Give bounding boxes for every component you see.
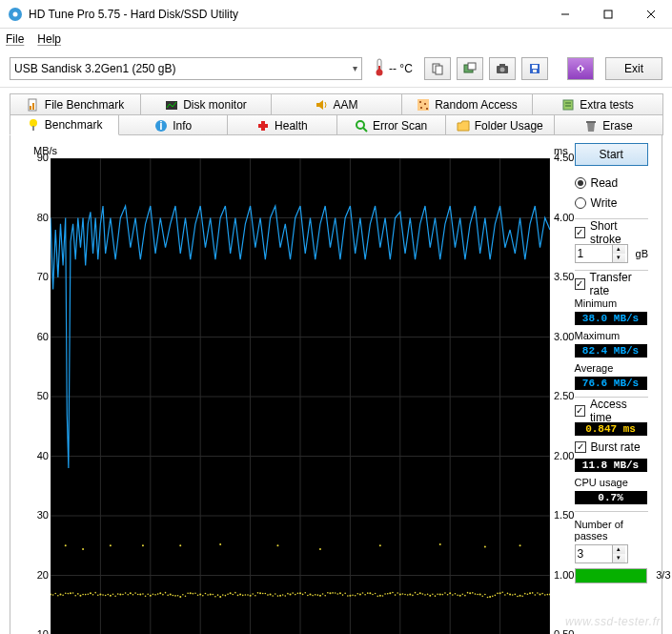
svg-point-202 — [355, 595, 356, 597]
menu-file[interactable]: File — [6, 32, 24, 46]
options-button[interactable] — [567, 57, 594, 80]
svg-point-139 — [145, 595, 147, 597]
svg-point-219 — [412, 595, 414, 597]
drive-select[interactable]: USB Sandisk 3.2Gen1 (250 gB) ▾ — [10, 57, 362, 80]
svg-point-231 — [452, 594, 454, 596]
svg-point-254 — [527, 593, 529, 595]
svg-point-225 — [432, 593, 434, 595]
svg-rect-3 — [604, 10, 612, 18]
tab-random-access[interactable]: Random Access — [401, 93, 533, 114]
svg-point-210 — [382, 595, 384, 597]
svg-point-79 — [239, 594, 241, 596]
svg-point-134 — [127, 594, 129, 596]
progress-label: 3/3 — [656, 569, 670, 581]
burst-rate-checkbox[interactable]: ✓Burst rate — [575, 439, 648, 456]
svg-point-199 — [344, 593, 346, 595]
svg-point-171 — [252, 593, 254, 595]
minimize-button[interactable] — [543, 0, 586, 29]
close-button[interactable] — [629, 0, 672, 29]
copy-info-button[interactable] — [424, 57, 451, 80]
svg-point-264 — [142, 544, 144, 546]
svg-point-221 — [417, 594, 418, 596]
svg-point-121 — [85, 594, 87, 596]
svg-point-170 — [247, 594, 249, 596]
save-button[interactable] — [521, 57, 548, 80]
passes-input[interactable]: 3▴▾ — [575, 544, 628, 563]
svg-point-230 — [447, 594, 449, 596]
tab-error-scan[interactable]: Error Scan — [336, 114, 446, 135]
transfer-rate-checkbox[interactable]: ✓Transfer rate — [575, 276, 648, 293]
exit-button[interactable]: Exit — [605, 57, 662, 80]
short-stroke-checkbox[interactable]: ✓Short stroke — [575, 224, 648, 241]
tab-disk-monitor[interactable]: Disk monitor — [140, 93, 272, 114]
tab-erase[interactable]: Erase — [554, 114, 663, 135]
svg-point-212 — [387, 593, 389, 595]
svg-point-190 — [315, 594, 316, 596]
svg-point-100 — [449, 592, 451, 594]
benchmark-chart: MB/s ms 1020304050607080900.501.001.502.… — [20, 143, 565, 634]
maximize-button[interactable] — [586, 0, 629, 29]
tab-file-benchmark[interactable]: File Benchmark — [10, 93, 141, 114]
svg-point-85 — [299, 592, 301, 594]
svg-point-172 — [255, 595, 256, 597]
svg-point-84 — [290, 594, 292, 596]
tab-benchmark[interactable]: Benchmark — [10, 114, 119, 135]
svg-point-142 — [154, 594, 156, 596]
svg-point-193 — [324, 595, 326, 597]
screenshot-button[interactable] — [489, 57, 516, 80]
max-label: Maximum — [575, 330, 648, 341]
avg-label: Average — [575, 362, 648, 374]
tab-aam[interactable]: AAM — [271, 93, 402, 114]
health-icon — [256, 119, 270, 133]
svg-point-112 — [54, 593, 56, 595]
info-icon: i — [154, 119, 168, 133]
svg-rect-28 — [563, 100, 573, 110]
svg-point-141 — [153, 594, 154, 596]
file-benchmark-icon — [27, 98, 40, 112]
tab-info[interactable]: iInfo — [118, 114, 228, 135]
svg-point-71 — [159, 592, 161, 594]
svg-point-117 — [72, 592, 74, 594]
svg-point-87 — [319, 595, 321, 597]
tab-extra-tests[interactable]: Extra tests — [532, 93, 663, 114]
write-radio[interactable]: Write — [575, 194, 648, 212]
svg-point-226 — [435, 595, 437, 597]
svg-point-150 — [182, 594, 184, 596]
svg-point-209 — [377, 596, 378, 598]
svg-rect-20 — [30, 106, 31, 110]
svg-point-129 — [112, 593, 114, 595]
access-time-checkbox[interactable]: ✓Access time — [575, 402, 648, 419]
svg-point-161 — [217, 594, 219, 596]
svg-point-179 — [277, 595, 279, 597]
svg-point-233 — [457, 594, 458, 596]
svg-point-37 — [356, 121, 364, 129]
svg-point-24 — [419, 101, 421, 103]
copy-screenshot-button[interactable] — [457, 57, 483, 80]
svg-rect-36 — [258, 124, 268, 128]
svg-point-263 — [110, 544, 112, 546]
burst-value: 11.8 MB/s — [575, 459, 647, 472]
menu-help[interactable]: Help — [37, 32, 61, 46]
svg-point-122 — [88, 594, 90, 596]
svg-point-166 — [234, 592, 236, 594]
svg-point-239 — [477, 594, 479, 596]
tab-folder-usage[interactable]: Folder Usage — [445, 114, 555, 135]
read-radio[interactable]: Read — [575, 174, 648, 192]
svg-point-249 — [512, 594, 514, 596]
svg-point-220 — [415, 592, 417, 594]
svg-point-228 — [442, 594, 444, 596]
svg-point-77 — [219, 596, 221, 598]
short-stroke-input[interactable]: 1▴▾ — [575, 244, 628, 263]
folder-icon — [457, 119, 470, 133]
svg-point-164 — [227, 593, 229, 595]
svg-rect-10 — [436, 66, 442, 74]
svg-point-61 — [59, 594, 61, 596]
start-button[interactable]: Start — [575, 143, 648, 166]
svg-point-73 — [179, 596, 181, 598]
svg-point-96 — [409, 594, 411, 596]
svg-point-143 — [157, 593, 159, 595]
svg-point-238 — [475, 593, 477, 595]
tab-health[interactable]: Health — [227, 114, 336, 135]
svg-point-83 — [279, 595, 281, 597]
svg-point-97 — [419, 592, 421, 594]
